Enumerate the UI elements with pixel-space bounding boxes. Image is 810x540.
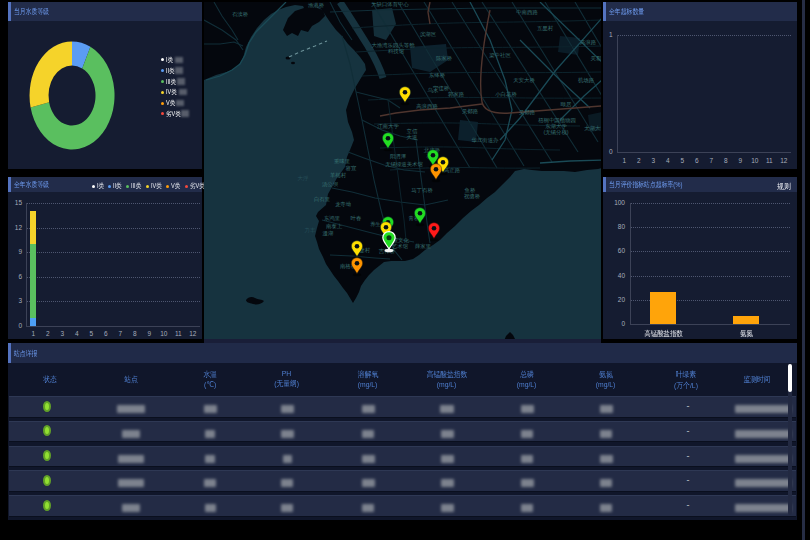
svg-text:羊槌村: 羊槌村 xyxy=(330,172,347,179)
svg-text:滨湖区: 滨湖区 xyxy=(420,31,437,37)
svg-text:吴都路: 吴都路 xyxy=(519,109,536,116)
svg-text:郭家路: 郭家路 xyxy=(448,91,465,98)
svg-text:五星村: 五星村 xyxy=(537,25,554,32)
svg-text:吴郡: 吴郡 xyxy=(591,55,601,62)
svg-text:江南大学: 江南大学 xyxy=(377,123,399,129)
svg-text:容宜: 容宜 xyxy=(346,165,357,172)
svg-text:白石里: 白石里 xyxy=(314,196,331,203)
svg-text:大道: 大道 xyxy=(407,134,418,140)
svg-text:天安大桥: 天安大桥 xyxy=(513,77,535,83)
svg-text:重味里: 重味里 xyxy=(334,158,351,164)
svg-text:梁中社区: 梁中社区 xyxy=(489,52,511,58)
svg-text:叶春: 叶春 xyxy=(351,215,362,221)
svg-text:薛家里: 薛家里 xyxy=(415,243,432,249)
svg-text:颐居: 颐居 xyxy=(561,101,572,107)
svg-text:马丁石桥: 马丁石桥 xyxy=(411,187,433,194)
svg-text:吴都路: 吴都路 xyxy=(462,108,479,115)
svg-text:(无锡分校): (无锡分校) xyxy=(543,129,568,136)
svg-text:祝塘桥: 祝塘桥 xyxy=(464,193,481,200)
svg-text:力丰: 力丰 xyxy=(305,227,316,233)
svg-text:中南西路: 中南西路 xyxy=(516,9,538,16)
svg-text:汤公坝: 汤公坝 xyxy=(322,181,339,188)
svg-text:阳渭潭: 阳渭潭 xyxy=(390,153,407,160)
svg-text:陈家桥: 陈家桥 xyxy=(436,55,453,62)
svg-text:南泰上: 南泰上 xyxy=(326,223,343,229)
svg-text:龙寺坳: 龙寺坳 xyxy=(335,201,351,207)
svg-text:大浮: 大浮 xyxy=(298,175,309,181)
svg-text:华庄街道办: 华庄街道办 xyxy=(472,137,500,144)
svg-text:高浪西路: 高浪西路 xyxy=(416,103,438,110)
svg-text:太湖大道: 太湖大道 xyxy=(584,125,601,131)
svg-text:高浪路: 高浪路 xyxy=(580,39,597,45)
svg-text:无锡绿道美术馆: 无锡绿道美术馆 xyxy=(385,161,423,168)
svg-text:大缺口体育中心: 大缺口体育中心 xyxy=(371,2,409,8)
svg-text:东绛桥: 东绛桥 xyxy=(428,72,446,78)
svg-text:漫湖: 漫湖 xyxy=(323,230,334,237)
svg-text:机场路: 机场路 xyxy=(578,77,595,84)
svg-text:科技馆: 科技馆 xyxy=(388,48,405,55)
svg-text:东鸿里: 东鸿里 xyxy=(323,215,341,221)
svg-text:高正路: 高正路 xyxy=(444,167,461,173)
svg-text:石渎桥: 石渎桥 xyxy=(232,11,249,18)
svg-text:渔港桥: 渔港桥 xyxy=(308,2,325,9)
svg-text:乌水: 乌水 xyxy=(428,87,439,93)
svg-text:小白花桥: 小白花桥 xyxy=(494,91,517,98)
